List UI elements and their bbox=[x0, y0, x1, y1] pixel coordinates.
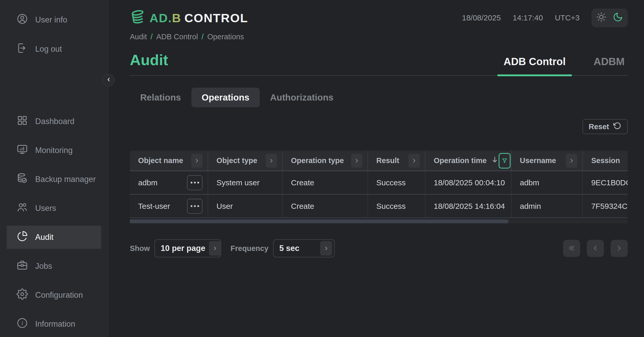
sidebar: User info Log out Dashboard Monitori bbox=[0, 0, 109, 337]
cell-result: Success bbox=[368, 195, 425, 218]
column-header-session: Session bbox=[583, 151, 628, 171]
sidebar-item-audit[interactable]: Audit bbox=[7, 226, 101, 249]
cell-object-type: User bbox=[208, 195, 283, 218]
sidebar-item-log-out[interactable]: Log out bbox=[0, 37, 109, 61]
logo-text: AD.BCONTROL bbox=[149, 11, 248, 25]
sidebar-item-label: Configuration bbox=[35, 290, 83, 300]
topbar: AD.BCONTROL 18/08/2025 14:17:40 UTC+3 bbox=[130, 8, 628, 28]
tab-adbm[interactable]: ADBM bbox=[592, 56, 626, 67]
previous-page-button[interactable] bbox=[587, 240, 604, 257]
column-header-username: Username bbox=[512, 151, 583, 171]
page-size-dropdown[interactable]: 10 per page bbox=[154, 239, 221, 257]
sort-desc-icon[interactable] bbox=[491, 156, 499, 165]
reset-button[interactable]: Reset bbox=[582, 119, 628, 134]
cell-value: System user bbox=[216, 178, 260, 187]
ellipsis-icon bbox=[191, 205, 192, 207]
column-label: Operation type bbox=[291, 156, 344, 165]
reset-button-label: Reset bbox=[589, 122, 609, 131]
page-title: Audit bbox=[130, 52, 168, 67]
column-label: Username bbox=[520, 156, 556, 165]
cell-result: Success bbox=[368, 171, 425, 194]
breadcrumb: Audit / ADB Control / Operations bbox=[130, 33, 628, 41]
main-content: AD.BCONTROL 18/08/2025 14:17:40 UTC+3 Au… bbox=[109, 0, 644, 337]
cell-operation-time: 18/08/2025 14:16:04 bbox=[425, 195, 512, 218]
sidebar-item-label: User info bbox=[35, 15, 67, 25]
moon-icon[interactable] bbox=[613, 12, 623, 24]
sidebar-item-user-info[interactable]: User info bbox=[0, 8, 109, 32]
current-time: 14:17:40 bbox=[513, 13, 543, 22]
cell-value: Create bbox=[291, 178, 314, 187]
sidebar-item-information[interactable]: i Information bbox=[7, 312, 101, 336]
row-actions-button[interactable] bbox=[187, 175, 203, 190]
cell-value: adbm bbox=[138, 178, 158, 187]
cell-object-name: Test-user bbox=[130, 195, 208, 218]
operations-table: Object name Object type Operation type R… bbox=[130, 151, 628, 218]
cell-session: 9EC1B0DCB bbox=[583, 171, 628, 194]
sidebar-item-configuration[interactable]: Configuration bbox=[7, 284, 101, 307]
breadcrumb-separator: / bbox=[151, 33, 153, 41]
cell-value: Success bbox=[376, 178, 406, 187]
audit-subtabs: Relations Operations Authorizations bbox=[130, 88, 628, 107]
column-menu-button[interactable] bbox=[566, 154, 577, 168]
subtab-relations[interactable]: Relations bbox=[130, 88, 191, 107]
next-page-button[interactable] bbox=[611, 240, 628, 257]
sun-icon[interactable] bbox=[596, 12, 606, 24]
table-footer: Show 10 per page Frequency 5 sec bbox=[130, 239, 628, 257]
breadcrumb-adb-control[interactable]: ADB Control bbox=[156, 33, 198, 41]
tab-adb-control[interactable]: ADB Control bbox=[502, 56, 567, 67]
column-menu-button[interactable] bbox=[191, 154, 203, 168]
chevron-left-icon bbox=[106, 77, 111, 83]
cell-value: Test-user bbox=[138, 202, 170, 211]
users-icon bbox=[17, 202, 28, 215]
column-menu-button[interactable] bbox=[351, 154, 362, 168]
chevron-left-icon bbox=[591, 244, 599, 253]
sidebar-item-backup-manager[interactable]: Backup manager bbox=[7, 168, 101, 191]
briefcase-icon bbox=[17, 259, 28, 273]
double-chevron-left-icon bbox=[568, 244, 575, 253]
row-actions-button[interactable] bbox=[187, 199, 203, 214]
cell-object-type: System user bbox=[208, 171, 283, 194]
dropdown-chevron-button[interactable] bbox=[209, 241, 221, 256]
ellipsis-icon bbox=[191, 182, 192, 183]
sidebar-collapse-button[interactable] bbox=[102, 74, 115, 86]
sidebar-item-label: Users bbox=[35, 204, 56, 213]
logout-icon bbox=[17, 42, 28, 56]
filter-button[interactable] bbox=[499, 153, 511, 168]
sidebar-item-dashboard[interactable]: Dashboard bbox=[7, 110, 101, 133]
dropdown-chevron-button[interactable] bbox=[320, 241, 332, 256]
sidebar-item-label: Audit bbox=[35, 233, 54, 242]
column-header-operation-time: Operation time bbox=[425, 151, 512, 171]
subtab-authorizations[interactable]: Authorizations bbox=[260, 88, 344, 107]
scrollbar-thumb[interactable] bbox=[130, 219, 508, 223]
column-label: Operation time bbox=[434, 156, 487, 165]
dashboard-icon bbox=[17, 115, 28, 128]
table-row[interactable]: adbm System user Create Success 18/08/20… bbox=[130, 171, 628, 195]
svg-text:i: i bbox=[21, 320, 23, 326]
current-date: 18/08/2025 bbox=[462, 13, 501, 22]
show-label: Show bbox=[130, 244, 150, 253]
first-page-button[interactable] bbox=[563, 240, 580, 257]
cell-value: adbm bbox=[520, 178, 539, 187]
cell-value: Create bbox=[291, 202, 314, 211]
sidebar-item-users[interactable]: Users bbox=[7, 197, 101, 220]
column-menu-button[interactable] bbox=[408, 154, 420, 168]
page-size-controls: Show 10 per page Frequency 5 sec bbox=[130, 239, 335, 257]
table-row[interactable]: Test-user User Create Success 18/08/2025… bbox=[130, 195, 628, 218]
pagination bbox=[563, 240, 628, 257]
operations-table-viewport: Object name Object type Operation type R… bbox=[130, 151, 628, 218]
column-label: Result bbox=[376, 156, 399, 165]
column-header-object-name: Object name bbox=[130, 151, 208, 171]
info-icon: i bbox=[17, 317, 28, 331]
column-label: Object name bbox=[138, 156, 183, 165]
cell-operation-type: Create bbox=[283, 195, 368, 218]
subtab-operations[interactable]: Operations bbox=[191, 88, 260, 107]
column-menu-button[interactable] bbox=[266, 154, 277, 168]
cell-username: adbm bbox=[512, 171, 583, 194]
breadcrumb-operations[interactable]: Operations bbox=[207, 33, 244, 41]
frequency-dropdown[interactable]: 5 sec bbox=[273, 239, 335, 257]
horizontal-scrollbar[interactable] bbox=[130, 219, 628, 223]
sidebar-item-jobs[interactable]: Jobs bbox=[7, 255, 101, 278]
sidebar-item-monitoring[interactable]: Monitoring bbox=[7, 139, 101, 162]
breadcrumb-audit[interactable]: Audit bbox=[130, 33, 147, 41]
frequency-label: Frequency bbox=[230, 244, 268, 253]
